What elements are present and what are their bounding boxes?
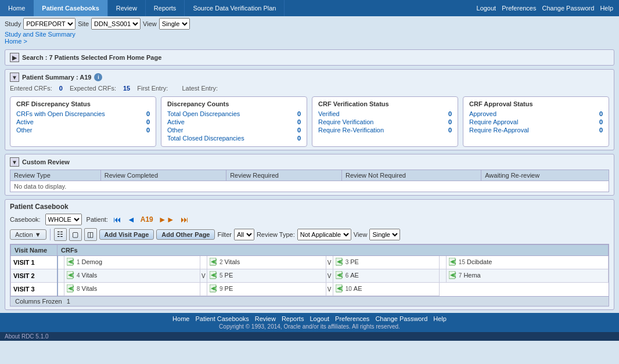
crf-cell[interactable]: 7 Hema [446, 269, 608, 283]
stat-row: Active 0 [16, 118, 150, 125]
add-visit-page-btn[interactable]: Add Visit Page [99, 229, 154, 240]
search-title: Search : 7 Patients Selected From Home P… [22, 54, 161, 61]
study-site-summary-link[interactable]: Study and Site Summary [5, 31, 75, 38]
stat-label: Other [167, 127, 183, 134]
visit-cell: VISIT 2 [11, 269, 57, 283]
filter-select[interactable]: All [234, 229, 254, 240]
stat-row: Require Re-Verification 0 [318, 127, 452, 134]
footer-links: Home Patient Casebooks Review Reports Lo… [0, 315, 619, 322]
columns-frozen-value: 1 [67, 298, 70, 305]
tab-reports[interactable]: Reports [146, 0, 185, 16]
single-view-icon[interactable]: ▢ [69, 228, 82, 241]
status-bar: About RDC 5.1.0 [0, 332, 619, 341]
top-nav-right: Logout Preferences Change Password Help [477, 0, 619, 16]
site-label: Site [78, 20, 89, 27]
stat-label: Active [167, 118, 185, 125]
view-select[interactable]: Single [159, 18, 190, 30]
custom-review-header: ▼ Custom Review [10, 157, 609, 167]
stat-value: 0 [448, 127, 452, 134]
stat-value: 0 [448, 110, 452, 117]
footer-logout[interactable]: Logout [310, 315, 329, 322]
action-toolbar: Action ▼ ☷ ▢ ◫ Add Visit Page Add Other … [10, 228, 609, 241]
tab-home[interactable]: Home [0, 0, 34, 16]
cr-col-review-not-required: Review Not Required [341, 170, 481, 181]
v-mark-cell [200, 256, 207, 269]
study-select[interactable]: PDFREPORT [23, 18, 75, 30]
help-link[interactable]: Help [600, 5, 613, 12]
first-patient-btn[interactable]: ⏮ [113, 215, 122, 224]
site-select[interactable]: DDN_SS001 [91, 18, 141, 30]
crf-cell[interactable]: 1 Demog [64, 256, 200, 269]
casebook-label: Casebook: [10, 216, 41, 223]
cr-col-awaiting-re-review: Awaiting Re-review [481, 170, 609, 181]
crf-cell[interactable]: 9 PE [207, 283, 326, 296]
stat-value: 0 [297, 118, 301, 125]
custom-review-table: Review Type Review Completed Review Requ… [10, 170, 609, 192]
cr-col-review-type: Review Type [10, 170, 101, 181]
patient-info-icon[interactable]: i [94, 73, 102, 81]
review-type-select[interactable]: Not Applicable [297, 229, 351, 240]
footer-preferences[interactable]: Preferences [335, 315, 369, 322]
preferences-link[interactable]: Preferences [502, 5, 536, 12]
custom-review-collapse-btn[interactable]: ▼ [10, 157, 19, 167]
main-area: ▶ Search : 7 Patients Selected From Home… [0, 46, 619, 313]
breadcrumb-links: Study and Site Summary [5, 31, 614, 38]
latest-entry-label: Latest Entry: [182, 85, 218, 92]
toolbar-separator [50, 229, 51, 240]
crf-cell[interactable]: 10 AE [333, 283, 439, 296]
casebook-title: Patient Casebook [10, 203, 609, 211]
tab-review[interactable]: Review [108, 0, 146, 16]
patient-collapse-btn[interactable]: ▼ [10, 73, 19, 82]
v-mark-cell [57, 256, 64, 269]
last-patient-btn[interactable]: ⏭ [180, 215, 189, 224]
stat-label: Verified [318, 110, 340, 117]
visit-name-col-header: Visit Name [11, 245, 57, 256]
expected-crfs-value: 15 [123, 85, 130, 92]
home-breadcrumb-link[interactable]: Home > [5, 38, 27, 45]
crf-cell[interactable]: 2 Vitals [207, 256, 326, 269]
stat-label: Require Re-Verification [318, 127, 384, 134]
crf-discrepancy-card: CRF Discrepancy Status CRFs with Open Di… [10, 96, 156, 147]
no-data-cell: No data to display. [10, 181, 609, 192]
crf-cell[interactable]: 5 PE [207, 269, 326, 283]
cr-col-review-required: Review Required [226, 170, 342, 181]
custom-review-section: ▼ Custom Review Review Type Review Compl… [5, 154, 614, 196]
footer-help[interactable]: Help [433, 315, 447, 322]
crfs-col-header: CRFs [57, 245, 609, 256]
crf-table-wrap: Visit Name CRFs VISIT 1 1 Demog [10, 244, 609, 307]
footer-review[interactable]: Review [255, 315, 276, 322]
prev-patient-btn[interactable]: ◄ [127, 215, 136, 224]
crf-cell[interactable]: 4 Vitals [64, 269, 200, 283]
crf-cell[interactable]: 6 AE [333, 269, 439, 283]
logout-link[interactable]: Logout [477, 5, 496, 12]
add-other-page-btn[interactable]: Add Other Page [156, 229, 215, 240]
search-collapse-btn[interactable]: ▶ [10, 53, 19, 62]
expected-crfs-label: Expected CRFs: [70, 85, 116, 92]
stat-label: CRFs with Open Discrepancies [16, 110, 105, 117]
casebook-select[interactable]: WHOLE [45, 214, 82, 225]
patient-summary-header: ▼ Patient Summary : A19 i [10, 73, 609, 82]
footer-reports[interactable]: Reports [282, 315, 304, 322]
view-select-toolbar[interactable]: Single [369, 229, 400, 240]
breadcrumb-bar: Study PDFREPORT Site DDN_SS001 View Sing… [0, 16, 619, 46]
footer-patient-casebooks[interactable]: Patient Casebooks [195, 315, 249, 322]
crf-cell[interactable]: 8 Vitals [64, 283, 200, 296]
table-row: VISIT 1 1 Demog [11, 256, 609, 269]
stat-row: Active 0 [167, 118, 301, 125]
casebook-controls: Casebook: WHOLE Patient: ⏮ ◄ A19 ►► ⏭ [10, 214, 609, 225]
casebook-view-icon[interactable]: ◫ [84, 228, 97, 241]
change-password-link[interactable]: Change Password [542, 5, 594, 12]
crf-cell[interactable]: 3 PE [333, 256, 439, 269]
stat-row: Total Closed Discrepancies 0 [167, 135, 301, 142]
crf-cell[interactable]: 15 Dcibdate [446, 256, 608, 269]
spreadsheet-icon[interactable]: ☷ [54, 228, 67, 241]
footer-home[interactable]: Home [172, 315, 189, 322]
footer-change-password[interactable]: Change Password [375, 315, 427, 322]
view-label: View [143, 20, 157, 27]
action-dropdown-btn[interactable]: Action ▼ [10, 229, 46, 240]
tab-sdv-plan[interactable]: Source Data Verification Plan [185, 0, 285, 16]
next-patient-btn[interactable]: ►► [158, 215, 175, 224]
crf-approval-card: CRF Approval Status Approved 0 Require A… [463, 96, 609, 147]
entered-crfs-label: Entered CRFs: [10, 85, 52, 92]
tab-patient-casebooks[interactable]: Patient Casebooks [34, 0, 107, 16]
